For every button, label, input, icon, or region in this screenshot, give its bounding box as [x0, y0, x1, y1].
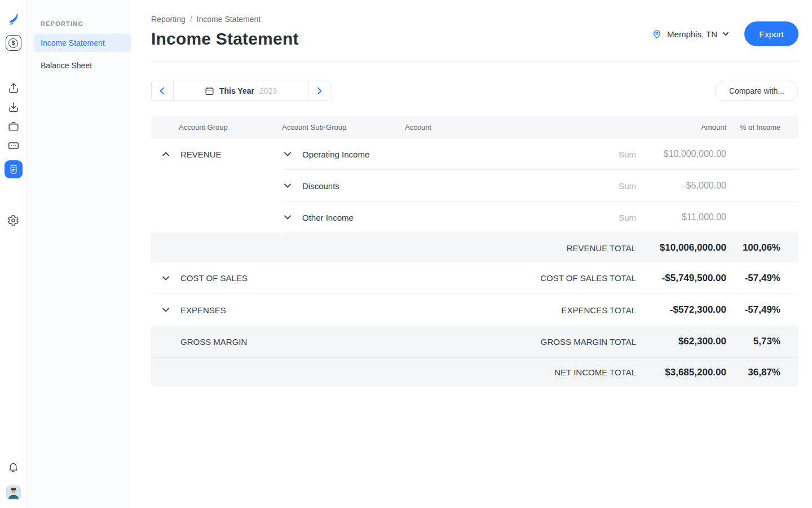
- subgroup-expand-toggle[interactable]: [283, 213, 292, 222]
- page-header-right: Memphis, TN Export: [651, 21, 798, 46]
- chevron-up-icon: [161, 150, 170, 159]
- dollar-icon: $: [8, 38, 18, 48]
- chevron-down-icon: [283, 150, 292, 159]
- location-pin-icon: [651, 28, 663, 40]
- total-label: COST OF SALES TOTAL: [282, 273, 636, 283]
- icon-rail: $: [0, 0, 27, 508]
- app-window: $: [0, 0, 812, 508]
- keypad-icon[interactable]: [7, 139, 20, 152]
- previous-period-button[interactable]: [151, 81, 174, 101]
- group-cell: COST OF SALES: [151, 273, 282, 283]
- subgroup-label: Discounts: [302, 181, 339, 191]
- total-percent: 100,06%: [726, 242, 798, 253]
- breadcrumb: Reporting / Income Statement: [151, 15, 299, 24]
- money-badge-icon[interactable]: $: [6, 35, 21, 51]
- user-avatar[interactable]: [6, 485, 21, 500]
- expenses-expand-toggle[interactable]: [161, 305, 170, 314]
- total-percent: 36,87%: [726, 367, 798, 378]
- compare-with-button[interactable]: Compare with...: [715, 81, 798, 101]
- chevron-down-icon: [161, 305, 170, 314]
- group-cell: EXPENSES: [151, 305, 282, 315]
- column-header-amount: Amount: [636, 123, 726, 132]
- total-amount: $10,006,000.00: [636, 242, 726, 253]
- group-cell: GROSS MARGIN: [151, 337, 282, 347]
- total-percent: 5,73%: [726, 336, 798, 347]
- breadcrumb-current: Income Statement: [197, 15, 261, 24]
- table-row-operating-income: REVENUE Operating Income Sum $10,000,000…: [151, 138, 798, 170]
- settings-gear-icon[interactable]: [7, 214, 19, 226]
- column-header-account-sub-group: Account Sub-Group: [282, 123, 405, 132]
- subgroup-amount: $11,000.00: [636, 212, 726, 222]
- breadcrumb-separator: /: [190, 15, 192, 24]
- period-display[interactable]: This Year 2023: [174, 81, 308, 101]
- column-header-account: Account: [405, 123, 636, 132]
- total-amount: -$5,749,500.00: [636, 273, 726, 284]
- reports-icon-active[interactable]: [5, 160, 23, 178]
- account-group-label: COST OF SALES: [180, 273, 248, 283]
- sidebar-item-label: Income Statement: [41, 38, 105, 47]
- aggregation-label: Sum: [405, 150, 636, 159]
- sidebar-item-label: Balance Sheet: [41, 61, 92, 70]
- sidebar-item-income-statement[interactable]: Income Statement: [34, 34, 131, 52]
- header-divider: [151, 62, 798, 62]
- subgroup-expand-toggle[interactable]: [283, 150, 292, 159]
- chevron-right-icon: [314, 85, 325, 97]
- period-navigator: This Year 2023: [151, 81, 330, 101]
- account-group-label: EXPENSES: [180, 305, 226, 315]
- total-percent: -57,49%: [726, 304, 798, 316]
- aggregation-label: Sum: [405, 213, 636, 222]
- subgroup-amount: $10,000,000.00: [636, 149, 726, 159]
- total-label: EXPENCES TOTAL: [282, 305, 636, 315]
- calendar-icon: [205, 86, 214, 96]
- table-row-cost-of-sales: COST OF SALES COST OF SALES TOTAL -$5,74…: [151, 262, 798, 294]
- total-label: REVENUE TOTAL: [151, 243, 636, 253]
- cost-of-sales-expand-toggle[interactable]: [161, 274, 170, 283]
- chevron-down-icon: [283, 181, 292, 190]
- bell-icon[interactable]: [7, 461, 19, 473]
- sidebar-item-balance-sheet[interactable]: Balance Sheet: [27, 56, 131, 75]
- page-title: Income Statement: [151, 29, 299, 49]
- total-amount: $62,300.00: [636, 336, 726, 347]
- next-period-button[interactable]: [308, 81, 330, 101]
- export-button[interactable]: Export: [744, 21, 798, 46]
- location-picker[interactable]: Memphis, TN: [651, 28, 730, 40]
- subgroup-cell: Operating Income: [282, 150, 405, 159]
- column-header-percent-of-income: % of Income: [726, 123, 798, 132]
- total-amount: $3,685,200.00: [636, 367, 726, 378]
- briefcase-icon[interactable]: [7, 120, 20, 133]
- tray-down-icon[interactable]: [7, 101, 20, 113]
- income-statement-table: Account Group Account Sub-Group Account …: [151, 116, 798, 387]
- page-header: Reporting / Income Statement Income Stat…: [151, 15, 798, 49]
- period-label: This Year: [219, 86, 254, 95]
- aggregation-label: Sum: [405, 181, 636, 191]
- main-content: Reporting / Income Statement Income Stat…: [131, 0, 812, 508]
- subgroup-amount: -$5,000.00: [636, 181, 726, 191]
- total-label: GROSS MARGIN TOTAL: [282, 337, 636, 347]
- table-row-net-income-total: NET INCOME TOTAL $3,685,200.00 36,87%: [151, 357, 798, 387]
- period-year: 2023: [259, 86, 277, 95]
- chevron-down-icon: [283, 213, 292, 222]
- breadcrumb-parent[interactable]: Reporting: [151, 15, 186, 24]
- tray-up-icon[interactable]: [7, 82, 20, 94]
- subgroup-cell: Discounts: [282, 181, 405, 191]
- rail-icon-group: [5, 82, 23, 185]
- table-row-gross-margin: GROSS MARGIN GROSS MARGIN TOTAL $62,300.…: [151, 326, 798, 357]
- account-group-label: GROSS MARGIN: [180, 337, 247, 347]
- table-row-revenue-total: REVENUE TOTAL $10,006,000.00 100,06%: [151, 233, 798, 262]
- chevron-down-icon: [722, 30, 730, 38]
- table-row-discounts: Discounts Sum -$5,000.00: [151, 170, 798, 202]
- app-logo-icon[interactable]: [6, 11, 21, 25]
- revenue-collapse-toggle[interactable]: [161, 150, 170, 159]
- total-percent: -57,49%: [726, 273, 798, 284]
- column-header-account-group: Account Group: [151, 123, 282, 132]
- subgroup-expand-toggle[interactable]: [283, 181, 292, 190]
- sidebar: REPORTING Income Statement Balance Sheet: [27, 0, 131, 508]
- page-header-left: Reporting / Income Statement Income Stat…: [151, 15, 299, 49]
- table-row-expenses: EXPENSES EXPENCES TOTAL -$572,300.00 -57…: [151, 294, 798, 326]
- toolbar: This Year 2023 Compare with...: [151, 81, 798, 101]
- chevron-down-icon: [161, 274, 170, 283]
- account-group-label: REVENUE: [180, 150, 222, 159]
- total-amount: -$572,300.00: [636, 304, 726, 316]
- chevron-left-icon: [157, 85, 168, 97]
- sidebar-section-label: REPORTING: [27, 20, 131, 27]
